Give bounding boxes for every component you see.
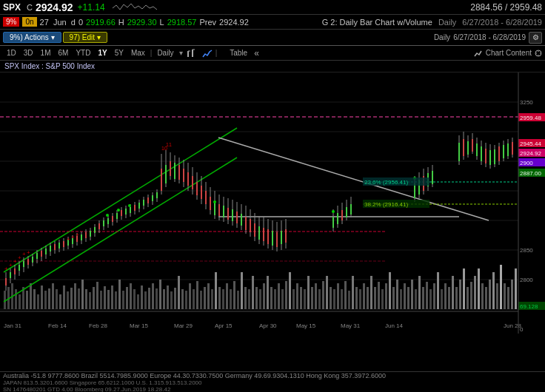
svg-rect-40 [89, 292, 91, 309]
svg-rect-149 [492, 272, 495, 309]
svg-text:+: + [22, 251, 26, 257]
svg-rect-331 [494, 149, 495, 164]
svg-rect-103 [322, 281, 324, 309]
period-1d[interactable]: 1D [3, 49, 20, 57]
svg-rect-125 [404, 283, 406, 309]
svg-rect-185 [45, 249, 47, 254]
svg-rect-301 [346, 207, 347, 217]
svg-text:2924.92: 2924.92 [520, 150, 541, 157]
actions-toolbar: 9%) Actions ▾ 97) Edit ▾ Daily 6/27/2018… [0, 30, 545, 46]
svg-rect-221 [125, 209, 127, 214]
svg-rect-62 [170, 291, 173, 309]
svg-rect-98 [304, 289, 306, 309]
svg-rect-119 [381, 289, 384, 309]
svg-rect-295 [332, 217, 334, 228]
svg-rect-259 [210, 197, 211, 210]
line-chart-icon[interactable] [202, 48, 213, 58]
svg-rect-123 [396, 280, 398, 309]
svg-rect-223 [130, 207, 131, 213]
price-range: 2884.56 / 2959.48 [470, 2, 542, 13]
svg-rect-137 [448, 287, 450, 309]
period-1y[interactable]: 1Y [94, 49, 110, 57]
svg-rect-148 [489, 280, 491, 309]
svg-rect-133 [433, 283, 435, 309]
svg-rect-41 [93, 287, 95, 309]
svg-rect-68 [193, 289, 195, 309]
svg-rect-263 [218, 204, 220, 216]
svg-rect-118 [378, 282, 380, 309]
svg-rect-112 [355, 287, 358, 309]
actions-button[interactable]: 9%) Actions ▾ [3, 32, 61, 43]
svg-rect-44 [104, 286, 106, 309]
period-max[interactable]: Max [127, 49, 149, 57]
svg-rect-127 [411, 280, 413, 309]
indicator-9pct: 9% [3, 17, 19, 27]
svg-text:2887.00: 2887.00 [520, 170, 541, 177]
toolbar-daily: Daily [434, 33, 450, 41]
main-chart-area: + + + + + + + + + 10 11 23.6% (2956.41) … [0, 72, 545, 371]
period-ytd[interactable]: YTD [72, 49, 94, 57]
svg-line-161 [218, 138, 489, 220]
svg-rect-135 [441, 289, 443, 309]
svg-rect-251 [192, 176, 193, 189]
svg-rect-69 [196, 281, 198, 309]
frequency-daily[interactable]: Daily [153, 49, 177, 57]
svg-text:23.6% (2956.41): 23.6% (2956.41) [364, 179, 408, 186]
svg-text:2850: 2850 [520, 247, 533, 254]
svg-rect-293 [285, 229, 287, 243]
svg-rect-21 [19, 294, 21, 309]
svg-rect-31 [56, 289, 58, 309]
svg-point-350 [117, 209, 120, 212]
svg-rect-101 [315, 283, 317, 309]
svg-rect-120 [385, 283, 387, 309]
period-1m[interactable]: 1M [37, 49, 55, 57]
gear-button[interactable]: ⚙ [529, 32, 542, 44]
chart-content-icon [474, 49, 483, 58]
svg-rect-60 [163, 289, 165, 309]
svg-rect-319 [467, 141, 469, 155]
svg-rect-193 [63, 241, 64, 247]
collapse-arrows-icon[interactable]: « [254, 48, 259, 58]
svg-rect-117 [374, 287, 376, 309]
chart-title-area: G 2: Daily Bar Chart w/Volume Daily 6/27… [322, 18, 542, 27]
svg-rect-115 [367, 287, 369, 309]
svg-text:+: + [4, 266, 8, 272]
chart-content-button[interactable]: Chart Content [474, 49, 542, 58]
date-info: 27 Jun d [40, 18, 76, 27]
svg-rect-130 [422, 287, 424, 309]
chart-title: G 2: Daily Bar Chart w/Volume [322, 18, 432, 27]
svg-rect-55 [144, 291, 147, 309]
period-6m[interactable]: 6M [55, 49, 73, 57]
svg-rect-54 [141, 285, 143, 309]
svg-rect-122 [392, 287, 395, 309]
svg-text:38.2% (2916.41): 38.2% (2916.41) [364, 201, 408, 208]
edit-button[interactable]: 97) Edit ▾ [63, 32, 107, 43]
chart-type-icon[interactable] [186, 48, 199, 58]
svg-rect-128 [415, 289, 417, 309]
svg-rect-97 [300, 287, 302, 309]
period-3d[interactable]: 3D [20, 49, 37, 57]
svg-rect-142 [467, 287, 469, 309]
svg-rect-136 [444, 283, 447, 309]
period-5y[interactable]: 5Y [111, 49, 127, 57]
svg-rect-183 [41, 251, 42, 257]
svg-rect-129 [418, 276, 421, 309]
svg-rect-289 [276, 232, 278, 247]
table-button[interactable]: Table [226, 49, 251, 57]
svg-rect-247 [183, 169, 184, 182]
svg-rect-277 [250, 219, 251, 232]
svg-rect-66 [185, 291, 187, 309]
toolbar-right: Daily 6/27/2018 - 6/28/2019 ⚙ [434, 32, 542, 44]
svg-rect-32 [59, 294, 61, 309]
svg-rect-47 [115, 291, 117, 309]
svg-rect-111 [352, 276, 354, 309]
svg-rect-154 [511, 280, 513, 309]
svg-rect-58 [156, 288, 158, 309]
svg-point-352 [213, 200, 216, 203]
svg-rect-187 [50, 246, 51, 251]
svg-rect-303 [350, 204, 352, 214]
svg-rect-77 [226, 283, 228, 309]
svg-rect-61 [167, 285, 169, 309]
svg-rect-78 [230, 289, 232, 309]
svg-text:+: + [9, 262, 13, 268]
